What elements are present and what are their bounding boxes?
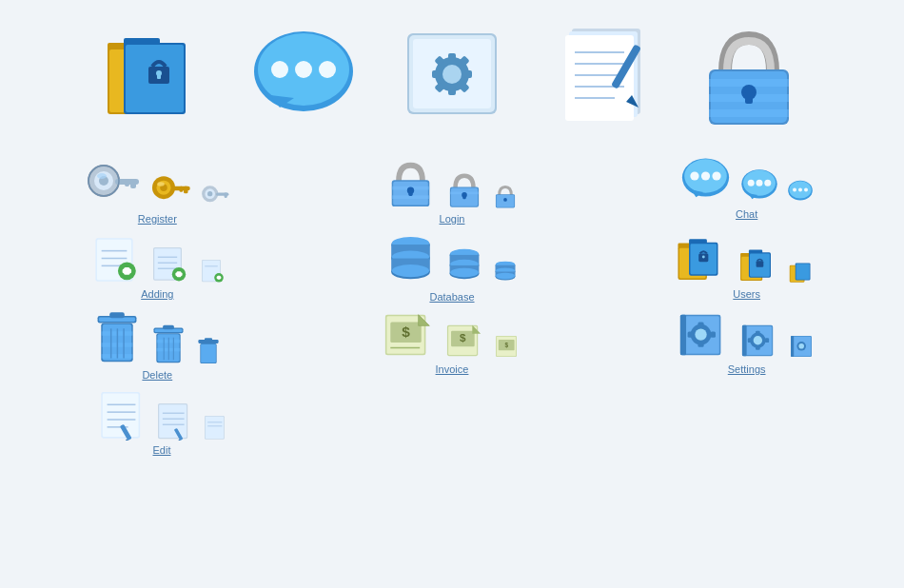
svg-point-138 bbox=[496, 273, 515, 280]
svg-text:$: $ bbox=[504, 342, 508, 349]
invoice-label: Invoice bbox=[436, 363, 469, 375]
database-icons bbox=[384, 232, 519, 287]
svg-rect-49 bbox=[125, 179, 129, 186]
settings-label: Settings bbox=[728, 363, 766, 375]
svg-point-122 bbox=[392, 265, 429, 277]
invoice-large-icon: $ bbox=[382, 310, 437, 360]
lock-large-icon bbox=[701, 24, 796, 128]
users-folders-small-icon bbox=[789, 258, 817, 284]
svg-rect-43 bbox=[745, 92, 753, 104]
svg-rect-209 bbox=[756, 331, 760, 335]
svg-point-87 bbox=[764, 180, 771, 186]
invoice-icons: $ $ bbox=[382, 310, 522, 360]
row-register-login-chat: Register bbox=[24, 157, 880, 225]
svg-rect-108 bbox=[176, 272, 183, 276]
settings-book-small-icon bbox=[789, 333, 817, 360]
svg-rect-22 bbox=[464, 70, 472, 78]
login-icons bbox=[384, 157, 519, 209]
svg-point-146 bbox=[701, 256, 704, 259]
svg-rect-41 bbox=[709, 109, 789, 117]
edit-note-small-icon bbox=[203, 414, 229, 441]
svg-rect-210 bbox=[756, 346, 760, 350]
lock-large-icon-group bbox=[704, 24, 795, 128]
settings-book-medium-icon bbox=[739, 322, 781, 360]
delete-label: Delete bbox=[142, 369, 172, 381]
notes-large-icon bbox=[548, 24, 653, 128]
adding-note-small-icon bbox=[199, 258, 227, 284]
settings-section: Settings bbox=[613, 310, 880, 381]
settings-icons bbox=[677, 310, 817, 360]
chat-bubble-medium-icon bbox=[739, 168, 779, 205]
users-large-icon-group bbox=[110, 24, 201, 128]
icon-rows: Register bbox=[24, 157, 880, 463]
svg-point-58 bbox=[157, 182, 165, 186]
chat-label: Chat bbox=[736, 208, 757, 220]
edit-note-medium-icon bbox=[155, 401, 195, 441]
delete-icons bbox=[92, 310, 222, 365]
svg-rect-203 bbox=[710, 332, 715, 338]
svg-rect-204 bbox=[680, 315, 686, 356]
svg-point-18 bbox=[442, 65, 462, 84]
invoice-section: $ $ bbox=[319, 310, 586, 381]
svg-rect-220 bbox=[102, 394, 138, 438]
svg-point-92 bbox=[804, 187, 808, 191]
adding-icons bbox=[87, 232, 227, 284]
svg-text:$: $ bbox=[402, 323, 410, 340]
notes-large-icon-group bbox=[556, 24, 646, 128]
svg-rect-153 bbox=[756, 261, 763, 267]
svg-text:$: $ bbox=[460, 331, 466, 343]
svg-rect-171 bbox=[163, 325, 174, 330]
main-container: Register bbox=[0, 0, 904, 478]
adding-note-large-icon bbox=[87, 232, 142, 284]
svg-rect-228 bbox=[159, 404, 187, 438]
invoice-small-icon: $ bbox=[494, 333, 522, 360]
login-lock-small-icon bbox=[492, 183, 519, 209]
svg-point-80 bbox=[691, 171, 699, 180]
svg-point-12 bbox=[295, 61, 312, 78]
chat-large-icon-group bbox=[259, 24, 349, 128]
svg-rect-19 bbox=[448, 53, 456, 61]
svg-point-85 bbox=[748, 180, 755, 186]
svg-rect-200 bbox=[698, 322, 703, 326]
svg-rect-202 bbox=[687, 332, 692, 338]
edit-icons bbox=[95, 388, 229, 441]
register-key-small-icon bbox=[200, 181, 230, 209]
register-key-medium-icon bbox=[149, 169, 192, 209]
database-large-icon bbox=[384, 232, 437, 287]
login-lock-medium-icon bbox=[444, 169, 484, 209]
svg-rect-143 bbox=[689, 239, 707, 245]
delete-trash-small-icon bbox=[195, 337, 222, 365]
svg-point-90 bbox=[793, 187, 796, 191]
svg-rect-213 bbox=[742, 325, 747, 356]
svg-rect-20 bbox=[448, 88, 456, 95]
svg-rect-21 bbox=[432, 70, 440, 78]
svg-rect-212 bbox=[765, 338, 769, 343]
svg-point-13 bbox=[319, 61, 336, 78]
login-lock-large-icon bbox=[384, 157, 437, 209]
row-edit: Edit bbox=[24, 388, 880, 456]
settings-large-icon-group bbox=[407, 29, 498, 124]
svg-point-50 bbox=[97, 173, 107, 179]
svg-rect-8 bbox=[157, 74, 161, 79]
svg-point-86 bbox=[757, 180, 763, 186]
svg-point-208 bbox=[753, 336, 761, 344]
svg-rect-180 bbox=[205, 338, 212, 341]
svg-point-82 bbox=[713, 171, 721, 180]
edit-label: Edit bbox=[153, 444, 171, 456]
svg-point-81 bbox=[701, 171, 710, 180]
svg-rect-74 bbox=[463, 195, 466, 199]
database-small-icon bbox=[492, 259, 519, 287]
register-label: Register bbox=[138, 213, 177, 225]
svg-point-77 bbox=[504, 198, 508, 202]
svg-point-217 bbox=[798, 343, 804, 349]
svg-point-199 bbox=[695, 328, 706, 340]
database-label: Database bbox=[429, 291, 474, 303]
svg-point-11 bbox=[271, 61, 288, 78]
delete-section: Delete bbox=[24, 310, 291, 381]
chat-large-icon bbox=[246, 24, 361, 128]
svg-rect-218 bbox=[791, 336, 794, 357]
invoice-medium-icon: $ bbox=[444, 322, 486, 360]
register-key-large-icon bbox=[85, 157, 142, 209]
chat-icons bbox=[679, 157, 814, 205]
svg-rect-48 bbox=[130, 179, 136, 188]
